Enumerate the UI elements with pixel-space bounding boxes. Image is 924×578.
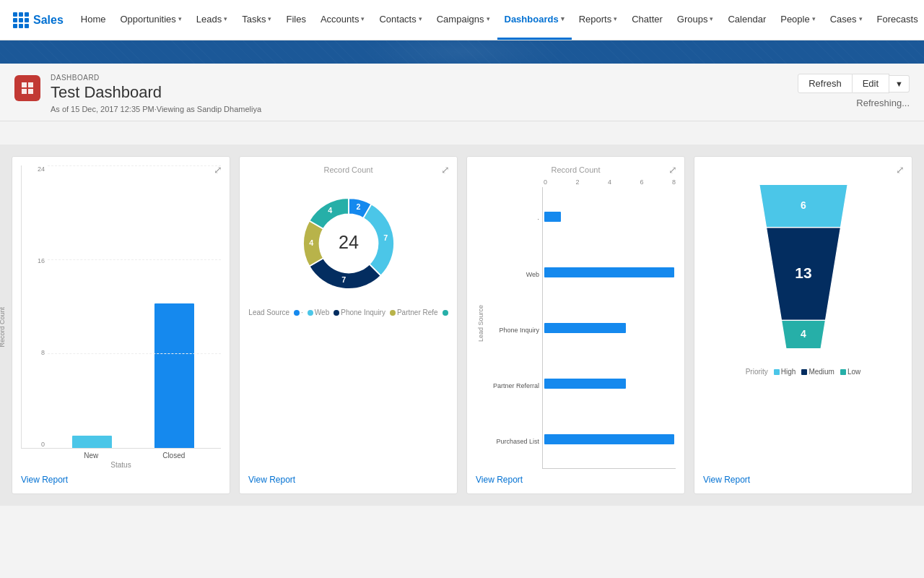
nav-item-accounts[interactable]: Accounts▾ (313, 0, 372, 40)
hbar-row (543, 210, 676, 224)
nav-label: People (780, 14, 809, 25)
expand-icon[interactable]: ⤢ (668, 164, 677, 176)
hbar-bars (542, 187, 676, 469)
hbar-row (543, 265, 676, 280)
chevron-down-icon: ▾ (710, 15, 713, 22)
dashboard-label: DASHBOARD (51, 74, 261, 82)
top-navigation: Sales HomeOpportunities▾Leads▾Tasks▾File… (0, 0, 924, 40)
chevron-down-icon: ▾ (561, 15, 565, 22)
svg-rect-1 (28, 82, 33, 87)
nav-label: Groups (677, 14, 708, 25)
view-report-link[interactable]: View Report (21, 475, 221, 485)
chevron-down-icon: ▾ (614, 15, 617, 22)
svg-text:13: 13 (795, 264, 811, 281)
view-report-link[interactable]: View Report (248, 475, 448, 485)
app-launcher[interactable]: Sales (6, 12, 74, 28)
x-axis-title: Status (21, 461, 221, 469)
bar-new (72, 436, 112, 448)
svg-text:4: 4 (801, 328, 806, 340)
svg-text:6: 6 (801, 199, 806, 211)
nav-label: Opportunities (121, 14, 176, 25)
svg-rect-3 (28, 89, 33, 94)
nav-item-opportunities[interactable]: Opportunities▾ (113, 0, 189, 40)
x-labels: New Closed (21, 449, 221, 460)
nav-label: Files (286, 14, 305, 25)
nav-label: Reports (579, 14, 612, 25)
hbar-fill (544, 212, 561, 222)
nav-label: Dashboards (505, 14, 559, 25)
actions-dropdown-button[interactable]: ▼ (889, 75, 910, 92)
svg-rect-2 (22, 89, 27, 94)
bar-chart: Record Count 24 16 8 0 (21, 165, 221, 469)
nav-item-tasks[interactable]: Tasks▾ (235, 0, 279, 40)
chevron-down-icon: ▾ (361, 15, 365, 22)
funnel-legend: Priority HighMediumLow (746, 368, 861, 376)
dashboard-info: DASHBOARD Test Dashboard As of 15 Dec, 2… (51, 74, 261, 113)
nav-item-reports[interactable]: Reports▾ (572, 0, 625, 40)
expand-icon[interactable]: ⤢ (896, 164, 905, 176)
view-report-link[interactable]: View Report (703, 475, 903, 485)
dashboard-actions-area: Refresh Edit ▼ Refreshing... (798, 74, 910, 108)
nav-item-calendar[interactable]: Calendar (720, 0, 773, 40)
nav-item-home[interactable]: Home (74, 0, 113, 40)
chevron-down-icon: ▾ (224, 15, 227, 22)
nav-item-people[interactable]: People▾ (773, 0, 822, 40)
nav-item-groups[interactable]: Groups▾ (670, 0, 721, 40)
nav-label: Leads (196, 14, 222, 25)
bar-closed (154, 303, 194, 448)
hbar-row (543, 321, 676, 335)
dashboard-grid: ⤢ Record Count 24 16 8 0 (0, 144, 924, 506)
nav-item-files[interactable]: Files (279, 0, 313, 40)
nav-label: Forecasts (877, 14, 918, 25)
svg-text:7: 7 (383, 233, 388, 242)
hbar-y-axis-label: Lead Source (476, 305, 484, 342)
chevron-down-icon: ▾ (178, 15, 182, 22)
dashboard-card-donut-chart: ⤢Record Count 27744 24 Lead Source ·WebP… (239, 156, 458, 494)
hbar-fill (544, 379, 626, 389)
dashboard-actions: Refresh Edit ▼ (798, 74, 910, 93)
hbar-row (543, 432, 676, 447)
nav-label: Campaigns (437, 14, 484, 25)
hbar-x-ticks: 02468 (542, 178, 676, 187)
nav-item-campaigns[interactable]: Campaigns▾ (430, 0, 497, 40)
chart-title: Record Count (476, 165, 676, 174)
nav-label: Contacts (379, 14, 416, 25)
hbar-area: 02468 (542, 178, 676, 469)
funnel-svg: 6134 (753, 165, 854, 368)
bar-group-new (51, 436, 133, 448)
donut-svg: 27744 24 (284, 178, 414, 309)
nav-label: Calendar (728, 14, 766, 25)
grid-icon (13, 12, 29, 28)
nav-item-chatter[interactable]: Chatter (624, 0, 670, 40)
dashboard-subtitle: As of 15 Dec, 2017 12:35 PM·Viewing as S… (51, 105, 261, 113)
hbar-fill (544, 267, 674, 277)
refreshing-text: Refreshing... (856, 98, 910, 108)
hbar-row (543, 376, 676, 391)
nav-items: HomeOpportunities▾Leads▾Tasks▾FilesAccou… (74, 0, 924, 40)
nav-item-contacts[interactable]: Contacts▾ (372, 0, 429, 40)
banner-strip (0, 40, 924, 64)
chevron-down-icon: ▾ (487, 15, 490, 22)
svg-text:4: 4 (328, 206, 332, 215)
svg-text:24: 24 (338, 232, 358, 252)
nav-label: Accounts (321, 14, 359, 25)
nav-item-leads[interactable]: Leads▾ (189, 0, 235, 40)
edit-button[interactable]: Edit (853, 74, 889, 93)
hbar-labels: ·WebPhone InquiryPartner ReferralPurchas… (484, 178, 542, 469)
dashboard-card-bar-chart: ⤢ Record Count 24 16 8 0 (12, 156, 230, 494)
svg-text:2: 2 (356, 202, 360, 211)
nav-item-cases[interactable]: Cases▾ (823, 0, 870, 40)
y-ticks: 24 16 8 0 (22, 165, 48, 448)
expand-icon[interactable]: ⤢ (441, 164, 450, 176)
dashboard-icon (14, 75, 40, 101)
bars-container (51, 303, 215, 448)
view-report-link[interactable]: View Report (476, 475, 676, 485)
refresh-button[interactable]: Refresh (798, 74, 853, 93)
nav-item-dashboards[interactable]: Dashboards▾ (497, 0, 572, 40)
decorative-banner (0, 121, 924, 144)
dashboard-header: DASHBOARD Test Dashboard As of 15 Dec, 2… (0, 64, 924, 121)
nav-item-forecasts[interactable]: Forecasts (870, 0, 924, 40)
dashboard-card-hbar-chart: ⤢Record Count Lead Source ·WebPhone Inqu… (466, 156, 685, 494)
svg-text:7: 7 (341, 275, 346, 284)
bar-group-closed (133, 303, 215, 448)
